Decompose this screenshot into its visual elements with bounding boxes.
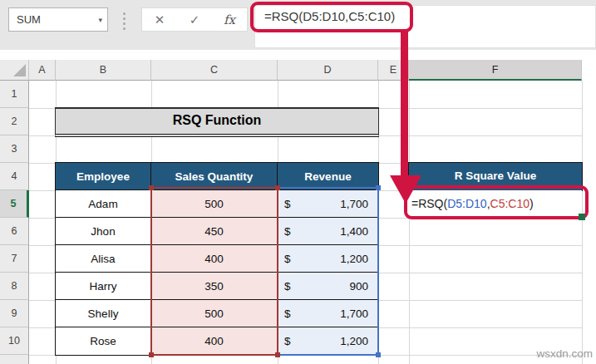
enter-icon[interactable]: ✓ [177,8,212,31]
excel-window: SUM ▾ ✕ ✓ fx =RSQ(D5:D10,C5:C10) A B C D… [0,0,596,364]
range-handle[interactable] [149,352,154,357]
cell-employee[interactable]: Adam [56,190,151,218]
row-header-4[interactable]: 4 [0,163,29,190]
chevron-down-icon[interactable]: ▾ [98,16,102,24]
row-header-5[interactable]: 5 [0,190,29,218]
range-handle[interactable] [376,352,381,357]
name-box-value: SUM [17,13,41,26]
name-box[interactable]: SUM ▾ [8,7,108,32]
column-header-f[interactable]: F [409,60,582,81]
row-header-6[interactable]: 6 [0,218,29,245]
table-header-employee[interactable]: Employee [56,163,151,190]
range-handle[interactable] [149,185,154,190]
range-handle[interactable] [275,185,280,190]
formula-range-d5-d10 [277,187,379,356]
range-handle[interactable] [275,352,280,357]
select-all-triangle-icon [13,64,26,76]
range-handle[interactable] [376,185,381,190]
row-header-8[interactable]: 8 [0,273,29,300]
insert-function-icon[interactable]: fx [212,8,247,31]
column-header-d[interactable]: D [278,60,378,81]
cell-employee[interactable]: Alisa [56,245,151,273]
watermark: wsxdn.com [536,347,593,360]
row-header-9[interactable]: 9 [0,300,29,327]
sheet-title: RSQ Function [55,107,379,137]
column-header-b[interactable]: B [56,60,151,81]
row-header-3[interactable]: 3 [0,135,29,163]
gridline [582,81,583,364]
cell-employee[interactable]: Rose [56,327,151,355]
column-header-c[interactable]: C [151,60,278,81]
result-cell-highlight-box [404,185,589,219]
formula-buttons: ✕ ✓ fx [141,7,248,32]
cell-employee[interactable]: Harry [56,273,151,300]
select-all-button[interactable] [0,60,29,81]
cancel-icon[interactable]: ✕ [142,8,177,31]
formula-range-c5-c10 [150,187,278,356]
cell-fill-handle[interactable] [579,214,585,220]
row-header-10[interactable]: 10 [0,327,29,355]
annotation-arrow-stem [401,30,408,176]
cell-employee[interactable]: Jhon [56,218,151,245]
row-header-7[interactable]: 7 [0,245,29,273]
annotation-arrow-head-icon [390,175,421,204]
column-header-a[interactable]: A [29,60,56,81]
row-header-1[interactable]: 1 [0,81,29,108]
gridline [409,81,410,364]
cell-employee[interactable]: Shelly [56,300,151,327]
drag-grip-icon [123,12,126,30]
formula-bar-highlight-box [250,2,413,32]
row-header-2[interactable]: 2 [0,108,29,135]
